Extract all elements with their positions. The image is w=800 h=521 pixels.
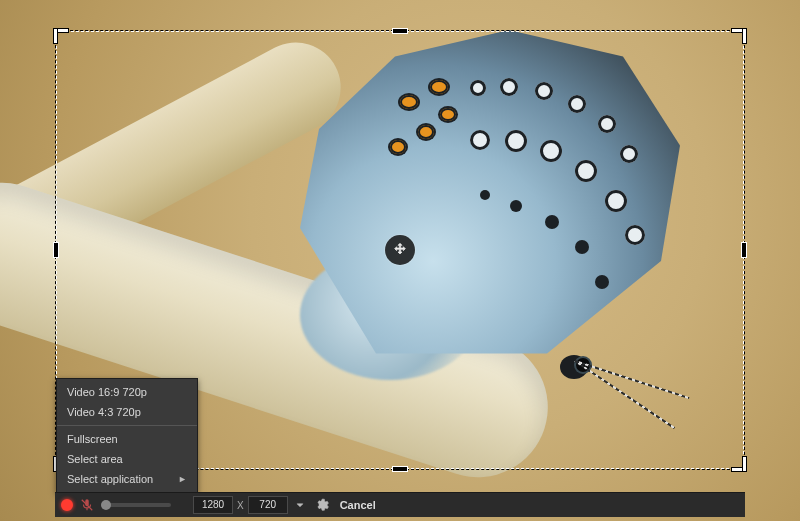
microphone-muted-icon <box>80 498 94 512</box>
menu-item-label: Select application <box>67 473 153 485</box>
chevron-down-icon <box>293 498 307 512</box>
move-handle[interactable] <box>385 235 415 265</box>
preset-dropdown-button[interactable] <box>292 497 308 513</box>
resize-handle-right[interactable] <box>742 243 746 257</box>
resize-handle-top-right[interactable] <box>732 29 746 43</box>
menu-item-fullscreen[interactable]: Fullscreen <box>57 429 197 449</box>
slider-knob[interactable] <box>101 500 111 510</box>
resize-handle-bottom[interactable] <box>393 467 407 471</box>
cancel-button[interactable]: Cancel <box>340 499 376 511</box>
record-button[interactable] <box>61 499 73 511</box>
resize-handle-top-left[interactable] <box>54 29 68 43</box>
move-icon <box>392 242 408 258</box>
menu-item-video-169[interactable]: Video 16:9 720p <box>57 382 197 402</box>
gear-icon <box>315 498 329 512</box>
menu-item-video-43[interactable]: Video 4:3 720p <box>57 402 197 422</box>
resize-handle-left[interactable] <box>54 243 58 257</box>
screen-recorder-overlay: Video 16:9 720p Video 4:3 720p Fullscree… <box>0 0 800 521</box>
microphone-toggle[interactable] <box>79 497 95 513</box>
recorder-toolbar: 1280 X 720 Cancel <box>55 492 745 517</box>
height-input[interactable]: 720 <box>248 496 288 514</box>
menu-item-select-application[interactable]: Select application ► <box>57 469 197 489</box>
microphone-volume-slider[interactable] <box>101 503 171 507</box>
resize-handle-bottom-right[interactable] <box>732 457 746 471</box>
dimension-separator: X <box>237 500 244 511</box>
submenu-arrow-icon: ► <box>178 474 187 484</box>
width-input[interactable]: 1280 <box>193 496 233 514</box>
capture-preset-menu: Video 16:9 720p Video 4:3 720p Fullscree… <box>56 378 198 493</box>
dimensions-group: 1280 X 720 <box>193 496 308 514</box>
menu-separator <box>57 425 197 426</box>
settings-button[interactable] <box>314 497 330 513</box>
menu-item-select-area[interactable]: Select area <box>57 449 197 469</box>
resize-handle-top[interactable] <box>393 29 407 33</box>
